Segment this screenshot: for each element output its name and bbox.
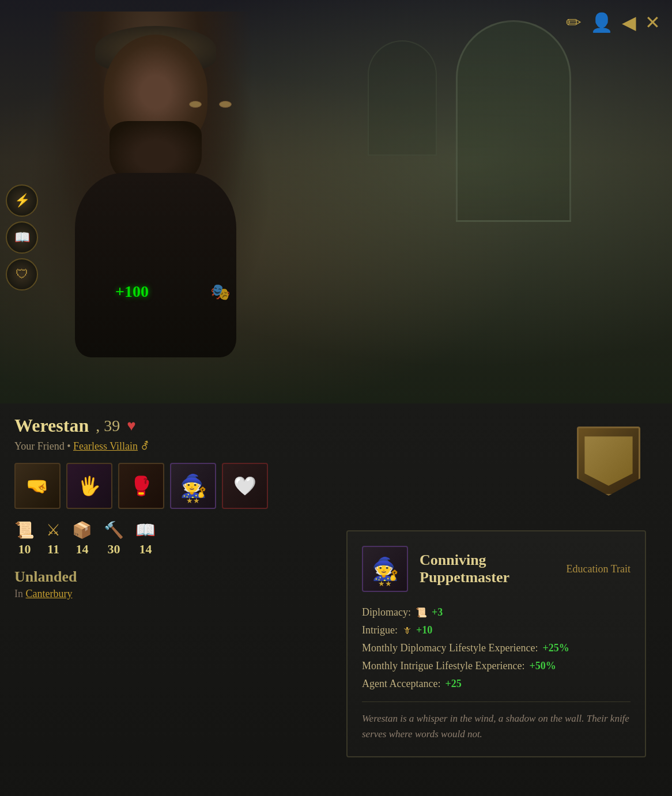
top-toolbar: ✏ 👤 ◀ ✕	[566, 12, 660, 33]
trait-box-education[interactable]: 🧙 ★★	[170, 463, 216, 509]
tooltip-stars: ★★	[378, 579, 392, 588]
stat-line-diplomacy: Diplomacy: 📜 +3	[362, 606, 631, 618]
tooltip-stats: Diplomacy: 📜 +3 Intrigue: 🗡 +10 Monthly …	[362, 606, 631, 690]
bg-arch	[456, 20, 571, 222]
tooltip-header: 🧙 ★★ Conniving Puppetmaster Education Tr…	[362, 546, 631, 592]
stewardship-value: 14	[76, 542, 89, 557]
relation-label: Your Friend	[14, 440, 65, 452]
stewardship-icon: 📦	[72, 520, 92, 540]
traits-row: 🤜 🖐 🥊 🧙 ★★ 🤍	[14, 463, 360, 509]
opinion-indicator: +100	[115, 282, 149, 301]
trait-box-heart[interactable]: 🤍	[222, 463, 268, 509]
trait-box-3[interactable]: 🥊	[118, 463, 164, 509]
gender-icon: ⚦	[141, 440, 149, 452]
diplomacy-bonus: +3	[432, 606, 443, 618]
character-figure	[29, 12, 271, 369]
learning-skill-icon: 📖	[14, 230, 30, 245]
intrigue-stat-label: Intrigue:	[362, 624, 398, 636]
agent-label: Agent Acceptance:	[362, 678, 440, 690]
diplomacy-skill-icon: ⚡	[14, 193, 30, 208]
trait-icon-glove: 🤍	[233, 475, 256, 497]
learning-value: 14	[139, 542, 152, 557]
trait-icon-1: 🤜	[26, 475, 49, 497]
heart-icon: ♥	[127, 417, 135, 435]
stats-row: 📜 10 ⚔ 11 📦 14 🔨 30	[14, 520, 360, 557]
trait-box-1[interactable]: 🤜	[14, 463, 61, 509]
person-icon[interactable]: 👤	[590, 12, 613, 33]
char-body	[75, 173, 236, 357]
char-eyes	[189, 101, 232, 108]
char-name: Werestan	[14, 415, 89, 436]
tooltip-diplomacy-icon: 📜	[416, 607, 427, 618]
tooltip-intrigue-icon: 🗡	[402, 625, 411, 636]
learning-icon: 📖	[135, 520, 156, 540]
stat-intrigue: 🔨 30	[104, 520, 124, 557]
mask-icon: 🎭	[210, 282, 233, 305]
portrait-area: +100 🎭 ⚡ 📖 🛡 ✏ 👤 ◀ ✕	[0, 0, 672, 403]
trait-icon-2: 🖐	[78, 475, 101, 497]
subtitle-separator: •	[67, 440, 73, 452]
skill-btn-combat[interactable]: 🛡	[6, 258, 38, 291]
char-eye-right	[219, 101, 232, 108]
martial-icon: ⚔	[46, 520, 61, 540]
diplomacy-value: 10	[18, 542, 31, 557]
diplomacy-stat-label: Diplomacy:	[362, 606, 411, 618]
char-eye-left	[189, 101, 202, 108]
stat-martial: ⚔ 11	[46, 520, 61, 557]
tooltip-title-block: Conniving Puppetmaster	[420, 552, 555, 586]
intrigue-value: 30	[108, 542, 120, 557]
char-name-row: Werestan , 39 ♥	[14, 415, 360, 436]
trait-box-2[interactable]: 🖐	[66, 463, 112, 509]
location-status: Unlanded	[14, 568, 360, 586]
skill-btn-diplomacy[interactable]: ⚡	[6, 184, 38, 217]
close-icon[interactable]: ✕	[645, 12, 660, 33]
stat-line-monthly-diplomacy: Monthly Diplomacy Lifestyle Experience: …	[362, 642, 631, 654]
tooltip-flavor: Werestan is a whisper in the wind, a sha…	[362, 711, 631, 742]
stat-stewardship: 📦 14	[72, 520, 92, 557]
coa-frame	[577, 427, 640, 496]
trait-stars: ★★	[186, 496, 200, 505]
intrigue-bonus: +10	[416, 624, 432, 636]
agent-bonus: +25	[445, 678, 461, 690]
stat-line-agent: Agent Acceptance: +25	[362, 678, 631, 690]
info-panel: Werestan , 39 ♥ Your Friend • Fearless V…	[0, 403, 672, 796]
monthly-intrigue-label: Monthly Intrigue Lifestyle Experience:	[362, 660, 524, 672]
tooltip-type: Education Trait	[567, 563, 631, 575]
coat-of-arms	[577, 427, 640, 496]
stat-line-monthly-intrigue: Monthly Intrigue Lifestyle Experience: +…	[362, 660, 631, 672]
title-link[interactable]: Fearless Villain	[73, 440, 138, 452]
skill-icons: ⚡ 📖 🛡	[6, 184, 38, 291]
diplomacy-icon: 📜	[14, 520, 35, 540]
bg-arch-small	[368, 40, 437, 156]
back-icon[interactable]: ◀	[622, 12, 636, 33]
char-subtitle: Your Friend • Fearless Villain ⚦	[14, 440, 360, 452]
location-preposition: In	[14, 588, 23, 599]
monthly-intrigue-bonus: +50%	[529, 660, 556, 672]
monthly-diplomacy-label: Monthly Diplomacy Lifestyle Experience:	[362, 642, 538, 654]
stat-learning: 📖 14	[135, 520, 156, 557]
martial-value: 11	[47, 542, 59, 557]
lower-left: Werestan , 39 ♥ Your Friend • Fearless V…	[14, 415, 360, 600]
tooltip-trait-img: 🧙	[372, 556, 399, 582]
edit-icon[interactable]: ✏	[566, 12, 582, 33]
intrigue-icon: 🔨	[104, 520, 124, 540]
skill-btn-learning[interactable]: 📖	[6, 221, 38, 254]
combat-skill-icon: 🛡	[16, 267, 28, 282]
stat-diplomacy: 📜 10	[14, 520, 35, 557]
location-sub: In Canterbury	[14, 588, 360, 600]
lower-section: Werestan , 39 ♥ Your Friend • Fearless V…	[14, 415, 658, 796]
location-place[interactable]: Canterbury	[26, 588, 73, 599]
char-age: , 39	[96, 417, 120, 435]
trait-icon-3: 🥊	[130, 475, 153, 497]
tooltip-divider	[362, 701, 631, 702]
tooltip-panel: 🧙 ★★ Conniving Puppetmaster Education Tr…	[346, 530, 646, 757]
coa-inner	[584, 436, 632, 486]
stat-line-intrigue: Intrigue: 🗡 +10	[362, 624, 631, 636]
tooltip-trait-icon: 🧙 ★★	[362, 546, 408, 592]
location-info: Unlanded In Canterbury	[14, 568, 360, 600]
monthly-diplomacy-bonus: +25%	[542, 642, 569, 654]
main-content: +100 🎭 ⚡ 📖 🛡 ✏ 👤 ◀ ✕	[0, 0, 672, 796]
trait-icon-hooded: 🧙	[180, 473, 207, 499]
tooltip-title: Conniving Puppetmaster	[420, 552, 509, 586]
